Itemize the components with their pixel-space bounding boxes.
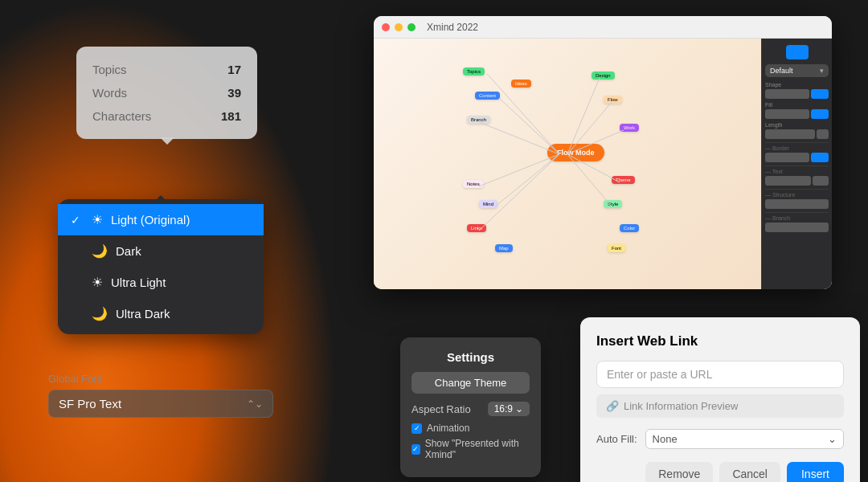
remove-button[interactable]: Remove: [645, 462, 713, 482]
checkmark-icon: ✓: [71, 214, 84, 227]
theme-item-ultradark[interactable]: 🌙 Ultra Dark: [58, 298, 264, 329]
moon-icon: 🌙: [92, 243, 108, 259]
show-xmind-checkbox[interactable]: ✓: [411, 444, 420, 455]
link-preview: 🔗 Link Information Preview: [596, 394, 844, 418]
insert-button[interactable]: Insert: [787, 462, 844, 482]
mindmap-lines: [463, 51, 672, 276]
animation-checkbox[interactable]: ✓: [411, 423, 422, 434]
shape-btn[interactable]: [811, 89, 829, 99]
node-3: Branch: [467, 116, 490, 124]
change-theme-button[interactable]: Change Theme: [411, 372, 530, 394]
text-section: — Text: [765, 165, 829, 174]
global-font-section: Global Font SF Pro Text ⌃⌄: [48, 373, 273, 418]
characters-row: Characters 181: [92, 104, 241, 128]
global-font-label: Global Font: [48, 373, 273, 385]
xmind-canvas[interactable]: Flow Mode Topics Content Branch Ideas No…: [374, 39, 761, 289]
topics-label: Topics: [92, 63, 127, 76]
maximize-dot[interactable]: [407, 23, 416, 31]
node-14: Color: [620, 224, 639, 232]
node-7: Links: [467, 224, 486, 232]
fill-control[interactable]: [765, 109, 809, 119]
show-xmind-label: Show "Presented with Xmind": [425, 438, 530, 460]
fill-label: Fill: [765, 102, 829, 108]
node-11: Work: [620, 124, 639, 132]
theme-item-dark[interactable]: 🌙 Dark: [58, 235, 264, 267]
node-8: Map: [495, 244, 513, 252]
animation-row: ✓ Animation: [411, 423, 530, 434]
close-dot[interactable]: [382, 23, 390, 31]
node-6: Mind: [479, 200, 497, 208]
node-9: Design: [592, 71, 615, 80]
autofill-value: None: [653, 433, 678, 445]
text-control[interactable]: [765, 176, 811, 186]
svg-line-10: [567, 154, 612, 206]
autofill-chevron: ⌄: [828, 433, 837, 445]
autofill-label: Auto Fill:: [596, 433, 637, 445]
node-13: Style: [604, 200, 622, 208]
branch-section: — Branch: [765, 212, 829, 221]
length-label: Length: [765, 122, 829, 128]
link-icon: 🔗: [606, 400, 619, 412]
topics-value: 17: [227, 63, 241, 76]
animation-label: Animation: [427, 423, 469, 434]
theme-dark-label: Dark: [116, 244, 141, 258]
dialog-title: Insert Web Link: [596, 333, 844, 349]
cancel-button[interactable]: Cancel: [719, 462, 780, 482]
minimize-dot[interactable]: [395, 23, 403, 31]
svg-line-4: [495, 154, 559, 206]
theme-light-label: Light (Original): [111, 213, 190, 227]
xmind-body: Flow Mode Topics Content Branch Ideas No…: [374, 39, 832, 289]
moon2-icon: 🌙: [92, 306, 108, 321]
theme-ultralight-label: Ultra Light: [111, 276, 166, 289]
central-node: Flow Mode: [547, 144, 604, 161]
node-10: Flow: [604, 96, 622, 104]
fill-color[interactable]: [811, 109, 829, 119]
aspect-ratio-value: 16:9: [494, 403, 513, 415]
words-value: 39: [227, 86, 241, 100]
node-5: Notes: [463, 180, 484, 188]
panel-style-tab[interactable]: [786, 45, 809, 59]
node-4: Ideas: [511, 80, 531, 88]
shape-control[interactable]: [765, 89, 809, 99]
svg-line-5: [479, 154, 559, 231]
font-select[interactable]: SF Pro Text ⌃⌄: [48, 390, 273, 418]
aspect-ratio-badge[interactable]: 16:9 ⌄: [488, 402, 530, 416]
words-label: Words: [92, 86, 127, 100]
url-input[interactable]: Enter or paste a URL: [596, 361, 844, 388]
theme-item-light[interactable]: ✓ ☀ Light (Original): [58, 204, 264, 235]
sun2-icon: ☀: [92, 275, 103, 290]
sun-icon: ☀: [92, 212, 103, 227]
characters-label: Characters: [92, 109, 151, 123]
border-control[interactable]: [765, 153, 809, 162]
aspect-ratio-chevron: ⌄: [515, 403, 523, 415]
length-val: [817, 129, 829, 139]
node-2: Content: [475, 92, 500, 100]
autofill-row: Auto Fill: None ⌄: [596, 429, 844, 449]
mindmap: Flow Mode Topics Content Branch Ideas No…: [463, 51, 672, 276]
theme-item-ultralight[interactable]: ☀ Ultra Light: [58, 267, 264, 298]
settings-title: Settings: [411, 350, 530, 364]
preview-label: Link Information Preview: [624, 400, 738, 412]
autofill-select[interactable]: None ⌄: [645, 429, 844, 449]
xmind-window: Xmind 2022 Flow Mode Topics Content Bran…: [374, 16, 832, 289]
dialog-buttons: Remove Cancel Insert: [596, 462, 844, 482]
border-color[interactable]: [811, 153, 829, 162]
border-section: — Border: [765, 142, 829, 151]
branch-control[interactable]: [765, 223, 829, 232]
properties-panel: Default ▾ Shape Fill Length — Border: [761, 39, 832, 289]
xmind-title: Xmind 2022: [427, 22, 478, 33]
words-row: Words 39: [92, 81, 241, 104]
structure-section: — Structure: [765, 189, 829, 198]
topics-row: Topics 17: [92, 58, 241, 81]
insert-link-dialog: Insert Web Link Enter or paste a URL 🔗 L…: [580, 317, 860, 482]
theme-dropdown: ✓ ☀ Light (Original) 🌙 Dark ☀ Ultra Ligh…: [58, 199, 264, 334]
font-value: SF Pro Text: [59, 397, 121, 411]
text-size: [813, 176, 829, 186]
structure-control[interactable]: [765, 199, 829, 209]
show-xmind-row: ✓ Show "Presented with Xmind": [411, 438, 530, 460]
settings-panel: Settings Change Theme Aspect Ratio 16:9 …: [400, 337, 541, 477]
chevron-icon: ⌃⌄: [247, 398, 263, 410]
svg-line-6: [567, 78, 600, 154]
length-control[interactable]: [765, 129, 815, 139]
stats-card: Topics 17 Words 39 Characters 181: [76, 47, 257, 139]
